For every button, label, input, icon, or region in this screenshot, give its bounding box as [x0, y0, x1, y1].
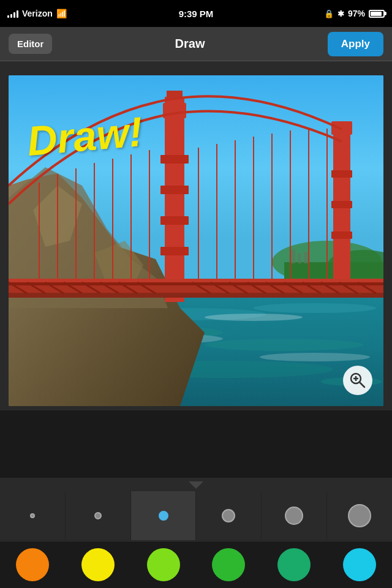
brush-dot: [30, 513, 35, 518]
color-green[interactable]: [196, 541, 262, 588]
brush-size-xs[interactable]: [0, 491, 66, 540]
color-orange[interactable]: [0, 541, 66, 588]
nav-title: Draw: [175, 37, 205, 51]
signal-bars: [7, 9, 18, 18]
brush-size-xl[interactable]: [262, 491, 327, 540]
brush-size-xxl[interactable]: [327, 491, 392, 540]
svg-rect-36: [331, 232, 352, 239]
status-bar: Verizon 📶 9:39 PM 🔒 ✱ 97%: [0, 0, 392, 27]
status-right: 🔒 ✱ 97%: [324, 9, 385, 18]
brush-dot: [222, 509, 235, 522]
color-row: [0, 541, 392, 588]
arrow-down-icon: [189, 481, 203, 489]
lock-icon: 🔒: [324, 9, 334, 18]
svg-rect-54: [9, 293, 383, 298]
svg-line-77: [360, 382, 364, 387]
svg-rect-21: [290, 250, 295, 263]
signal-bar-1: [7, 15, 9, 18]
battery-fill: [371, 12, 382, 16]
svg-point-13: [260, 353, 370, 361]
zoom-icon: [349, 372, 366, 389]
svg-rect-28: [160, 155, 189, 164]
brush-size-row: [0, 491, 392, 541]
signal-bar-4: [17, 10, 18, 18]
color-yellow[interactable]: [66, 541, 131, 588]
svg-rect-35: [331, 201, 352, 208]
brush-size-sm[interactable]: [66, 491, 131, 540]
apply-button[interactable]: Apply: [328, 32, 383, 56]
svg-rect-23: [304, 252, 308, 263]
arrow-indicator: [0, 478, 392, 491]
svg-point-4: [254, 303, 376, 313]
brush-dot: [285, 507, 303, 525]
color-lime[interactable]: [130, 541, 196, 588]
draw-annotation-text: Draw!: [25, 107, 145, 165]
image-canvas[interactable]: Draw!: [9, 75, 383, 406]
svg-rect-24: [165, 106, 184, 302]
svg-rect-30: [160, 216, 189, 225]
color-swatch: [277, 548, 311, 581]
svg-point-6: [205, 339, 364, 351]
svg-rect-31: [160, 247, 189, 255]
color-swatch: [16, 548, 49, 581]
svg-rect-29: [160, 186, 189, 194]
brush-dot: [348, 504, 371, 527]
canvas-area: Draw!: [0, 61, 392, 410]
battery-icon: [369, 10, 385, 18]
status-left: Verizon 📶: [7, 9, 67, 18]
bottom-panel: [0, 478, 392, 588]
carrier-label: Verizon: [22, 9, 53, 18]
bluetooth-icon: ✱: [337, 9, 344, 18]
bridge-scene: Draw!: [9, 75, 383, 406]
battery-percent: 97%: [348, 9, 365, 18]
signal-bar-2: [10, 14, 12, 18]
battery-body: [369, 10, 385, 18]
brush-size-lg[interactable]: [196, 491, 262, 540]
svg-rect-34: [331, 170, 352, 178]
color-cyan[interactable]: [326, 541, 392, 588]
editor-back-button[interactable]: Editor: [9, 34, 52, 54]
zoom-button[interactable]: [343, 366, 372, 395]
brush-size-md[interactable]: [131, 491, 197, 540]
svg-point-11: [205, 314, 303, 321]
brush-dot: [159, 511, 168, 521]
color-swatch: [147, 548, 180, 581]
status-time: 9:39 PM: [179, 9, 214, 19]
svg-rect-22: [298, 253, 301, 263]
color-swatch: [81, 548, 115, 581]
color-swatch: [212, 548, 245, 581]
color-swatch: [343, 548, 376, 581]
svg-rect-53: [9, 279, 383, 282]
nav-bar: Editor Draw Apply: [0, 27, 392, 61]
brush-dot: [94, 512, 102, 519]
color-teal[interactable]: [262, 541, 327, 588]
signal-bar-3: [13, 12, 15, 18]
wifi-icon: 📶: [56, 9, 67, 18]
